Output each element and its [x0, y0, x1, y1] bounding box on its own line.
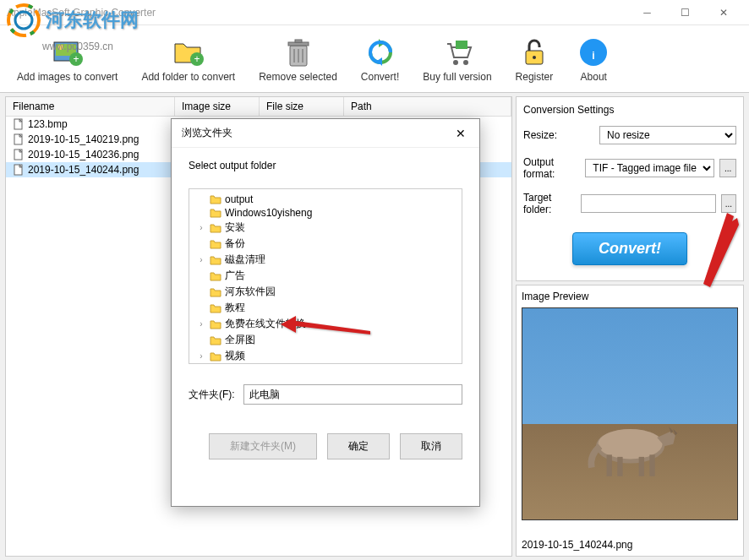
folder-icon [210, 303, 221, 313]
annotation-arrow-1 [279, 313, 372, 340]
add-images-button[interactable]: + Add images to convert [8, 32, 126, 86]
svg-rect-30 [617, 456, 622, 476]
tree-item[interactable]: output [193, 193, 458, 206]
lock-icon [517, 35, 551, 69]
tree-item[interactable]: 备份 [193, 236, 458, 252]
add-images-label: Add images to convert [17, 71, 118, 83]
expand-icon[interactable]: › [196, 255, 206, 264]
register-label: Register [516, 71, 554, 83]
file-name: 123.bmp [28, 118, 68, 130]
tree-item[interactable]: ›安装 [193, 220, 458, 236]
window-title: AppleMacSoft Graphic Converter [7, 7, 628, 19]
target-folder-input[interactable] [581, 194, 716, 213]
add-folder-label: Add folder to convert [141, 71, 235, 83]
svg-rect-18 [456, 41, 467, 49]
tree-label: 全屏图 [225, 333, 255, 347]
resize-select[interactable]: No resize [599, 126, 736, 144]
buy-button[interactable]: Buy full version [414, 32, 500, 86]
main-toolbar: + Add images to convert + Add folder to … [0, 25, 749, 93]
svg-rect-31 [638, 456, 643, 476]
close-button[interactable]: ✕ [704, 0, 742, 25]
tree-item[interactable]: 广告 [193, 268, 458, 284]
format-browse-button[interactable]: ... [719, 159, 736, 177]
col-path[interactable]: Path [344, 97, 511, 116]
file-icon [13, 118, 25, 130]
svg-text:i: i [593, 50, 595, 62]
svg-point-28 [598, 428, 662, 459]
format-label: Output format: [523, 156, 580, 180]
tree-label: 安装 [225, 220, 245, 235]
format-select[interactable]: TIF - Tagged image file [585, 159, 714, 177]
file-list-header: Filename Image size File size Path [6, 97, 511, 117]
tree-label: 磁盘清理 [225, 253, 265, 267]
folder-icon [210, 287, 221, 297]
svg-text:+: + [194, 53, 200, 65]
new-folder-button[interactable]: 新建文件夹(M) [209, 433, 317, 459]
folder-icon [210, 271, 221, 281]
window-titlebar: AppleMacSoft Graphic Converter ─ ☐ ✕ [0, 0, 749, 25]
wolf-image [577, 383, 684, 488]
folder-field-label: 文件夹(F): [189, 388, 235, 402]
register-button[interactable]: Register [507, 32, 562, 86]
info-icon: i [577, 35, 610, 69]
folder-icon [210, 223, 221, 233]
svg-point-5 [58, 45, 63, 50]
tree-label: 备份 [225, 237, 245, 251]
file-name: 2019-10-15_140244.png [28, 164, 139, 176]
svg-rect-12 [295, 40, 302, 42]
folder-icon [210, 335, 221, 345]
dialog-subtitle: Select output folder [172, 148, 479, 180]
convert-button[interactable]: Convert! [353, 32, 407, 86]
tree-item[interactable]: 河东软件园 [193, 284, 458, 300]
target-browse-button[interactable]: ... [721, 194, 736, 213]
file-name: 2019-10-15_140219.png [28, 133, 139, 145]
trash-icon [282, 35, 315, 69]
col-imagesize[interactable]: Image size [175, 97, 260, 116]
dialog-close-button[interactable]: ✕ [452, 127, 469, 140]
folder-name-input[interactable] [243, 384, 462, 405]
tree-item[interactable]: ›视频 [193, 348, 458, 364]
expand-icon[interactable]: › [196, 319, 206, 329]
ok-button[interactable]: 确定 [327, 433, 390, 459]
tree-label: 河东软件园 [225, 285, 276, 299]
svg-rect-29 [606, 454, 611, 476]
expand-icon[interactable]: › [196, 351, 206, 361]
folder-icon [210, 319, 221, 329]
folder-icon [210, 255, 221, 265]
tree-item[interactable]: ›磁盘清理 [193, 252, 458, 268]
svg-text:+: + [73, 53, 79, 65]
preview-filename: 2019-10-15_140244.png [522, 536, 738, 551]
minimize-button[interactable]: ─ [628, 0, 666, 25]
maximize-button[interactable]: ☐ [666, 0, 704, 25]
settings-title: Conversion Settings [523, 104, 736, 116]
cart-icon [440, 35, 474, 69]
dialog-title: 浏览文件夹 [182, 126, 452, 140]
file-icon [13, 133, 25, 145]
svg-point-17 [463, 60, 468, 65]
col-filesize[interactable]: File size [260, 97, 344, 116]
folder-icon [210, 351, 221, 362]
about-label: About [581, 71, 607, 83]
file-icon [13, 149, 25, 160]
convert-main-button[interactable]: Convert! [572, 232, 687, 265]
remove-button[interactable]: Remove selected [250, 32, 346, 86]
convert-icon [364, 35, 397, 69]
right-panel: Conversion Settings Resize: No resize Ou… [516, 96, 744, 557]
about-button[interactable]: i About [568, 32, 619, 86]
tree-label: 视频 [225, 349, 245, 363]
tree-label: Windows10yisheng [225, 207, 312, 219]
resize-label: Resize: [523, 129, 594, 141]
cancel-button[interactable]: 取消 [400, 433, 462, 459]
col-filename[interactable]: Filename [6, 97, 175, 116]
folder-icon [210, 208, 221, 218]
folder-icon [210, 194, 221, 204]
preview-image [522, 307, 738, 520]
svg-rect-32 [649, 454, 654, 476]
add-folder-icon: + [172, 35, 205, 69]
tree-item[interactable]: Windows10yisheng [193, 206, 458, 220]
tree-label: output [225, 193, 253, 205]
add-folder-button[interactable]: + Add folder to convert [133, 32, 243, 86]
add-images-icon: + [51, 35, 85, 69]
expand-icon[interactable]: › [196, 223, 206, 232]
target-label: Target folder: [523, 192, 576, 215]
